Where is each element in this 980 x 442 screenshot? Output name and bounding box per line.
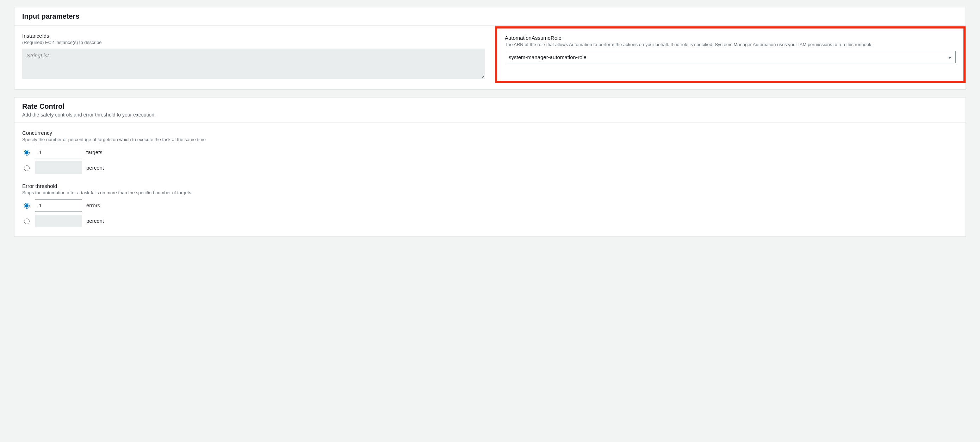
concurrency-targets-input[interactable] xyxy=(35,146,82,158)
automation-assume-role-field: AutomationAssumeRole The ARN of the role… xyxy=(495,33,958,80)
concurrency-targets-row: targets xyxy=(22,146,958,158)
instance-ids-description: (Required) EC2 Instance(s) to describe xyxy=(22,40,485,46)
error-threshold-description: Stops the automation after a task fails … xyxy=(22,190,958,196)
input-parameters-body: InstanceIds (Required) EC2 Instance(s) t… xyxy=(14,26,966,89)
automation-assume-role-select[interactable]: system-manager-automation-role xyxy=(505,51,956,63)
error-threshold-label: Error threshold xyxy=(22,183,958,189)
concurrency-percent-unit: percent xyxy=(86,165,104,171)
concurrency-description: Specify the number or percentage of targ… xyxy=(22,136,958,143)
rate-control-subtitle: Add the safety controls and error thresh… xyxy=(22,112,958,117)
error-threshold-errors-unit: errors xyxy=(86,202,100,208)
automation-assume-role-selected-value: system-manager-automation-role xyxy=(509,54,587,60)
input-parameters-header: Input parameters xyxy=(14,7,966,26)
rate-control-body: Concurrency Specify the number or percen… xyxy=(14,123,966,236)
input-parameters-title: Input parameters xyxy=(22,12,958,21)
concurrency-targets-radio[interactable] xyxy=(24,150,30,155)
concurrency-percent-input[interactable] xyxy=(35,161,82,174)
error-threshold-section: Error threshold Stops the automation aft… xyxy=(22,183,958,227)
error-threshold-percent-unit: percent xyxy=(86,218,104,224)
instance-ids-input[interactable] xyxy=(22,49,485,79)
concurrency-label: Concurrency xyxy=(22,130,958,136)
automation-assume-role-label: AutomationAssumeRole xyxy=(505,35,956,41)
error-threshold-errors-input[interactable] xyxy=(35,199,82,212)
concurrency-targets-unit: targets xyxy=(86,149,102,155)
instance-ids-label: InstanceIds xyxy=(22,33,485,39)
instance-ids-field: InstanceIds (Required) EC2 Instance(s) t… xyxy=(22,33,485,80)
automation-assume-role-description: The ARN of the role that allows Automati… xyxy=(505,41,956,48)
rate-control-title: Rate Control xyxy=(22,102,958,111)
error-threshold-errors-radio[interactable] xyxy=(24,203,30,209)
input-parameters-panel: Input parameters InstanceIds (Required) … xyxy=(14,7,966,89)
rate-control-panel: Rate Control Add the safety controls and… xyxy=(14,97,966,236)
error-threshold-percent-input[interactable] xyxy=(35,215,82,227)
error-threshold-percent-radio[interactable] xyxy=(24,219,30,224)
concurrency-percent-row: percent xyxy=(22,161,958,174)
automation-assume-role-highlight: AutomationAssumeRole The ARN of the role… xyxy=(495,26,966,83)
concurrency-section: Concurrency Specify the number or percen… xyxy=(22,130,958,174)
error-threshold-percent-row: percent xyxy=(22,215,958,227)
concurrency-percent-radio[interactable] xyxy=(24,165,30,171)
rate-control-header: Rate Control Add the safety controls and… xyxy=(14,97,966,123)
error-threshold-errors-row: errors xyxy=(22,199,958,212)
